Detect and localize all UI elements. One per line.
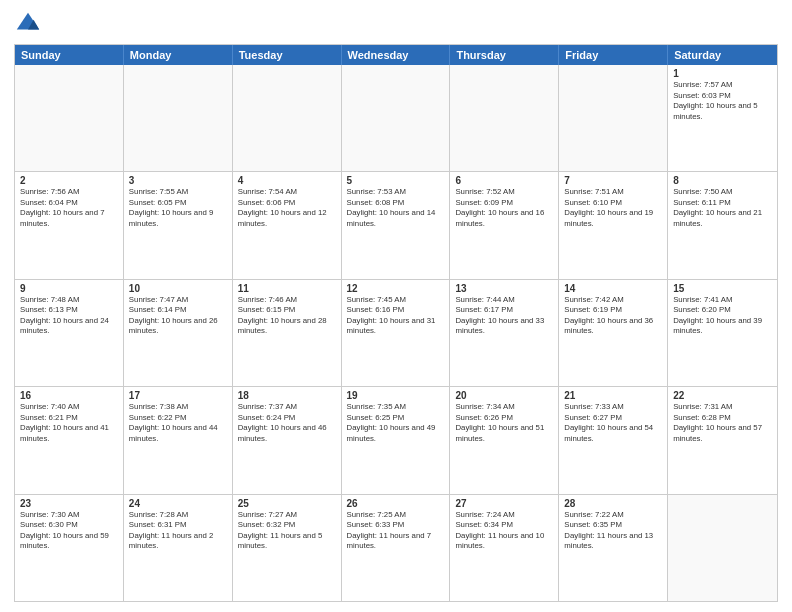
- day-number: 6: [455, 175, 553, 186]
- empty-cell-0-1: [124, 65, 233, 171]
- calendar-row-1: 2Sunrise: 7:56 AM Sunset: 6:04 PM Daylig…: [15, 172, 777, 279]
- day-cell-17: 17Sunrise: 7:38 AM Sunset: 6:22 PM Dayli…: [124, 387, 233, 493]
- day-info: Sunrise: 7:38 AM Sunset: 6:22 PM Dayligh…: [129, 402, 227, 444]
- day-number: 16: [20, 390, 118, 401]
- day-number: 26: [347, 498, 445, 509]
- logo: [14, 10, 46, 38]
- day-cell-8: 8Sunrise: 7:50 AM Sunset: 6:11 PM Daylig…: [668, 172, 777, 278]
- day-of-week-monday: Monday: [124, 45, 233, 65]
- day-info: Sunrise: 7:57 AM Sunset: 6:03 PM Dayligh…: [673, 80, 772, 122]
- empty-cell-0-0: [15, 65, 124, 171]
- day-number: 4: [238, 175, 336, 186]
- day-cell-1: 1Sunrise: 7:57 AM Sunset: 6:03 PM Daylig…: [668, 65, 777, 171]
- day-cell-16: 16Sunrise: 7:40 AM Sunset: 6:21 PM Dayli…: [15, 387, 124, 493]
- day-cell-6: 6Sunrise: 7:52 AM Sunset: 6:09 PM Daylig…: [450, 172, 559, 278]
- day-info: Sunrise: 7:25 AM Sunset: 6:33 PM Dayligh…: [347, 510, 445, 552]
- day-info: Sunrise: 7:24 AM Sunset: 6:34 PM Dayligh…: [455, 510, 553, 552]
- day-cell-27: 27Sunrise: 7:24 AM Sunset: 6:34 PM Dayli…: [450, 495, 559, 601]
- day-number: 24: [129, 498, 227, 509]
- day-number: 3: [129, 175, 227, 186]
- day-info: Sunrise: 7:53 AM Sunset: 6:08 PM Dayligh…: [347, 187, 445, 229]
- day-number: 10: [129, 283, 227, 294]
- empty-cell-0-3: [342, 65, 451, 171]
- day-of-week-sunday: Sunday: [15, 45, 124, 65]
- day-info: Sunrise: 7:31 AM Sunset: 6:28 PM Dayligh…: [673, 402, 772, 444]
- day-info: Sunrise: 7:33 AM Sunset: 6:27 PM Dayligh…: [564, 402, 662, 444]
- day-number: 21: [564, 390, 662, 401]
- day-info: Sunrise: 7:44 AM Sunset: 6:17 PM Dayligh…: [455, 295, 553, 337]
- day-info: Sunrise: 7:48 AM Sunset: 6:13 PM Dayligh…: [20, 295, 118, 337]
- day-cell-11: 11Sunrise: 7:46 AM Sunset: 6:15 PM Dayli…: [233, 280, 342, 386]
- day-info: Sunrise: 7:35 AM Sunset: 6:25 PM Dayligh…: [347, 402, 445, 444]
- day-cell-22: 22Sunrise: 7:31 AM Sunset: 6:28 PM Dayli…: [668, 387, 777, 493]
- calendar-row-2: 9Sunrise: 7:48 AM Sunset: 6:13 PM Daylig…: [15, 280, 777, 387]
- calendar-row-3: 16Sunrise: 7:40 AM Sunset: 6:21 PM Dayli…: [15, 387, 777, 494]
- day-number: 9: [20, 283, 118, 294]
- day-number: 8: [673, 175, 772, 186]
- day-number: 19: [347, 390, 445, 401]
- calendar-header: SundayMondayTuesdayWednesdayThursdayFrid…: [15, 45, 777, 65]
- day-cell-24: 24Sunrise: 7:28 AM Sunset: 6:31 PM Dayli…: [124, 495, 233, 601]
- day-cell-10: 10Sunrise: 7:47 AM Sunset: 6:14 PM Dayli…: [124, 280, 233, 386]
- day-number: 13: [455, 283, 553, 294]
- day-info: Sunrise: 7:22 AM Sunset: 6:35 PM Dayligh…: [564, 510, 662, 552]
- day-number: 25: [238, 498, 336, 509]
- day-cell-3: 3Sunrise: 7:55 AM Sunset: 6:05 PM Daylig…: [124, 172, 233, 278]
- day-of-week-wednesday: Wednesday: [342, 45, 451, 65]
- day-cell-12: 12Sunrise: 7:45 AM Sunset: 6:16 PM Dayli…: [342, 280, 451, 386]
- day-number: 7: [564, 175, 662, 186]
- calendar-body: 1Sunrise: 7:57 AM Sunset: 6:03 PM Daylig…: [15, 65, 777, 601]
- day-cell-23: 23Sunrise: 7:30 AM Sunset: 6:30 PM Dayli…: [15, 495, 124, 601]
- calendar-row-0: 1Sunrise: 7:57 AM Sunset: 6:03 PM Daylig…: [15, 65, 777, 172]
- day-number: 14: [564, 283, 662, 294]
- day-number: 28: [564, 498, 662, 509]
- day-info: Sunrise: 7:47 AM Sunset: 6:14 PM Dayligh…: [129, 295, 227, 337]
- day-of-week-saturday: Saturday: [668, 45, 777, 65]
- day-cell-15: 15Sunrise: 7:41 AM Sunset: 6:20 PM Dayli…: [668, 280, 777, 386]
- day-number: 11: [238, 283, 336, 294]
- calendar: SundayMondayTuesdayWednesdayThursdayFrid…: [14, 44, 778, 602]
- header: [14, 10, 778, 38]
- calendar-row-4: 23Sunrise: 7:30 AM Sunset: 6:30 PM Dayli…: [15, 495, 777, 601]
- day-cell-20: 20Sunrise: 7:34 AM Sunset: 6:26 PM Dayli…: [450, 387, 559, 493]
- day-number: 18: [238, 390, 336, 401]
- day-cell-28: 28Sunrise: 7:22 AM Sunset: 6:35 PM Dayli…: [559, 495, 668, 601]
- day-info: Sunrise: 7:37 AM Sunset: 6:24 PM Dayligh…: [238, 402, 336, 444]
- day-info: Sunrise: 7:40 AM Sunset: 6:21 PM Dayligh…: [20, 402, 118, 444]
- day-info: Sunrise: 7:45 AM Sunset: 6:16 PM Dayligh…: [347, 295, 445, 337]
- day-number: 20: [455, 390, 553, 401]
- day-info: Sunrise: 7:54 AM Sunset: 6:06 PM Dayligh…: [238, 187, 336, 229]
- empty-cell-4-6: [668, 495, 777, 601]
- day-info: Sunrise: 7:28 AM Sunset: 6:31 PM Dayligh…: [129, 510, 227, 552]
- day-of-week-friday: Friday: [559, 45, 668, 65]
- day-info: Sunrise: 7:27 AM Sunset: 6:32 PM Dayligh…: [238, 510, 336, 552]
- day-number: 12: [347, 283, 445, 294]
- day-number: 2: [20, 175, 118, 186]
- day-cell-7: 7Sunrise: 7:51 AM Sunset: 6:10 PM Daylig…: [559, 172, 668, 278]
- day-info: Sunrise: 7:51 AM Sunset: 6:10 PM Dayligh…: [564, 187, 662, 229]
- day-info: Sunrise: 7:46 AM Sunset: 6:15 PM Dayligh…: [238, 295, 336, 337]
- day-of-week-tuesday: Tuesday: [233, 45, 342, 65]
- day-cell-14: 14Sunrise: 7:42 AM Sunset: 6:19 PM Dayli…: [559, 280, 668, 386]
- day-cell-18: 18Sunrise: 7:37 AM Sunset: 6:24 PM Dayli…: [233, 387, 342, 493]
- day-number: 17: [129, 390, 227, 401]
- day-cell-26: 26Sunrise: 7:25 AM Sunset: 6:33 PM Dayli…: [342, 495, 451, 601]
- day-number: 23: [20, 498, 118, 509]
- day-of-week-thursday: Thursday: [450, 45, 559, 65]
- day-number: 15: [673, 283, 772, 294]
- day-number: 22: [673, 390, 772, 401]
- day-info: Sunrise: 7:55 AM Sunset: 6:05 PM Dayligh…: [129, 187, 227, 229]
- day-info: Sunrise: 7:30 AM Sunset: 6:30 PM Dayligh…: [20, 510, 118, 552]
- day-info: Sunrise: 7:50 AM Sunset: 6:11 PM Dayligh…: [673, 187, 772, 229]
- empty-cell-0-2: [233, 65, 342, 171]
- day-info: Sunrise: 7:52 AM Sunset: 6:09 PM Dayligh…: [455, 187, 553, 229]
- page: SundayMondayTuesdayWednesdayThursdayFrid…: [0, 0, 792, 612]
- day-cell-5: 5Sunrise: 7:53 AM Sunset: 6:08 PM Daylig…: [342, 172, 451, 278]
- day-number: 27: [455, 498, 553, 509]
- day-info: Sunrise: 7:41 AM Sunset: 6:20 PM Dayligh…: [673, 295, 772, 337]
- day-cell-25: 25Sunrise: 7:27 AM Sunset: 6:32 PM Dayli…: [233, 495, 342, 601]
- day-cell-19: 19Sunrise: 7:35 AM Sunset: 6:25 PM Dayli…: [342, 387, 451, 493]
- empty-cell-0-4: [450, 65, 559, 171]
- day-cell-13: 13Sunrise: 7:44 AM Sunset: 6:17 PM Dayli…: [450, 280, 559, 386]
- day-number: 1: [673, 68, 772, 79]
